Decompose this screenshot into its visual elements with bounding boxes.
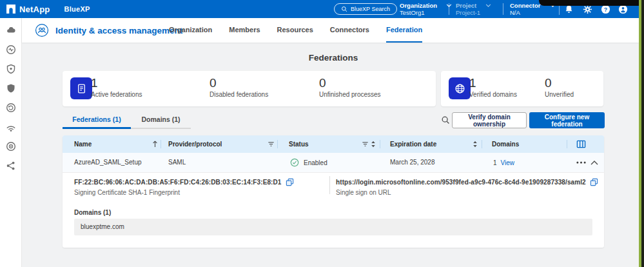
tab-domains-list[interactable]: Domains (1) bbox=[131, 111, 191, 129]
column-settings-icon[interactable] bbox=[576, 139, 586, 149]
filter-icon[interactable] bbox=[268, 141, 275, 148]
stat-label: Active federations bbox=[91, 91, 142, 98]
screen-notch-overlay bbox=[539, 0, 644, 6]
project-menu-label: Project bbox=[456, 2, 476, 9]
sharing-icon[interactable] bbox=[6, 161, 16, 171]
details-domains-title: Domains (1) bbox=[74, 209, 111, 216]
protection-icon[interactable] bbox=[6, 64, 16, 74]
sort-ascending-icon[interactable] bbox=[152, 141, 158, 148]
certificate-tile-icon bbox=[70, 77, 92, 99]
domain-list-item: bluexptme.com bbox=[74, 219, 592, 235]
globe-tile-icon bbox=[449, 77, 471, 99]
left-nav-sidebar bbox=[0, 18, 22, 267]
page-tabs: Organization Members Resources Connector… bbox=[169, 18, 422, 43]
stat-label: Verified domains bbox=[469, 91, 517, 98]
details-vertical-divider bbox=[329, 176, 330, 194]
product-name: BlueXP bbox=[64, 5, 90, 13]
recovery-icon[interactable] bbox=[6, 103, 16, 113]
copy-icon[interactable] bbox=[590, 178, 598, 186]
sso-url-value: https://login.microsoftonline.com/953f9f… bbox=[336, 179, 586, 186]
table-row[interactable]: AzureAD_SAML_Setup SAML Enabled March 25… bbox=[63, 153, 604, 172]
sort-updown-icon[interactable] bbox=[371, 141, 376, 148]
screen-edge-dark bbox=[641, 0, 644, 267]
stat-value: 0 bbox=[545, 76, 574, 90]
federations-table: Name Provider/protocol Status bbox=[63, 135, 604, 248]
tab-resources[interactable]: Resources bbox=[277, 18, 313, 43]
domains-count: 1 bbox=[493, 159, 497, 166]
verify-domain-ownership-button[interactable]: Verify domain ownership bbox=[452, 112, 527, 128]
page-title: Identity & access management bbox=[55, 26, 182, 35]
main-content: Federations 1 Active federations 0 Disab… bbox=[22, 43, 639, 267]
connector-menu-value: N/A bbox=[510, 9, 556, 16]
filter-icon[interactable] bbox=[362, 141, 369, 148]
netapp-logo-icon bbox=[6, 5, 15, 14]
mobility-icon[interactable] bbox=[6, 122, 16, 132]
brand: NetApp BlueXP bbox=[6, 0, 90, 18]
storage-icon[interactable] bbox=[6, 25, 16, 35]
collapse-chevron-up-icon[interactable] bbox=[590, 161, 598, 165]
row-status: Enabled bbox=[290, 153, 327, 172]
brand-name: NetApp bbox=[19, 5, 50, 14]
stat-label: Disabled federations bbox=[210, 91, 268, 98]
tab-organization[interactable]: Organization bbox=[169, 18, 212, 43]
table-header-row: Name Provider/protocol Status bbox=[63, 135, 604, 153]
fingerprint-value: FF:22:BC:96:06:AC:DA:DB:A5:F6:FD:C4:26:D… bbox=[74, 179, 282, 186]
organization-menu-label: Organization bbox=[400, 2, 437, 9]
tab-federation[interactable]: Federation bbox=[386, 18, 422, 43]
column-divider bbox=[567, 140, 567, 148]
header-divider bbox=[449, 3, 449, 15]
domains-stat-card: 1 Verified domains 0 Unverified bbox=[441, 71, 603, 106]
stat-value: 1 bbox=[469, 76, 517, 90]
stat-disabled-federations: 0 Disabled federations bbox=[210, 76, 268, 98]
column-divider bbox=[482, 140, 482, 148]
security-icon[interactable] bbox=[6, 83, 16, 94]
row-name: AzureAD_SAML_Setup bbox=[74, 153, 142, 172]
fingerprint-label: Signing Certificate SHA-1 Fingerprint bbox=[74, 189, 180, 196]
stat-value: 0 bbox=[319, 76, 381, 90]
page-title-wrap: Identity & access management bbox=[35, 18, 182, 43]
stat-value: 0 bbox=[210, 76, 268, 90]
project-menu[interactable]: Project Project-1 bbox=[456, 2, 491, 17]
column-header-name: Name bbox=[74, 135, 92, 153]
table-search-icon[interactable] bbox=[441, 115, 450, 124]
identity-management-icon bbox=[35, 23, 49, 37]
connector-menu-label: Connector bbox=[510, 2, 541, 9]
tab-members[interactable]: Members bbox=[229, 18, 260, 43]
federations-stat-card: 1 Active federations 0 Disabled federati… bbox=[63, 71, 436, 106]
bluexp-app: NetApp BlueXP BlueXP Search Organization… bbox=[0, 0, 644, 267]
fingerprint-row: FF:22:BC:96:06:AC:DA:DB:A5:F6:FD:C4:26:D… bbox=[74, 178, 294, 186]
sort-updown-icon[interactable] bbox=[473, 141, 478, 148]
row-actions-menu-icon[interactable] bbox=[576, 161, 586, 164]
stat-value: 1 bbox=[91, 76, 142, 90]
column-header-provider: Provider/protocol bbox=[168, 135, 222, 153]
domains-view-link[interactable]: View bbox=[501, 159, 515, 166]
column-header-domains: Domains bbox=[492, 135, 519, 153]
tab-federations-list[interactable]: Federations (1) bbox=[63, 111, 131, 129]
tab-connectors[interactable]: Connectors bbox=[330, 18, 369, 43]
row-domains: 1 View bbox=[493, 153, 514, 172]
svg-text:?: ? bbox=[604, 6, 607, 12]
stat-unverified-domains: 0 Unverified bbox=[545, 76, 574, 98]
configure-new-federation-button[interactable]: Configure new federation bbox=[529, 112, 605, 128]
status-text: Enabled bbox=[304, 159, 327, 166]
organization-menu[interactable]: Organization TestOrg1 bbox=[400, 2, 452, 17]
sso-url-label: Single sign on URL bbox=[336, 189, 391, 196]
search-label: BlueXP Search bbox=[351, 6, 390, 12]
organization-menu-value: TestOrg1 bbox=[400, 9, 452, 16]
stat-unfinished-processes: 0 Unfinished processes bbox=[319, 76, 381, 98]
stat-label: Unfinished processes bbox=[319, 91, 381, 98]
row-expiration: March 25, 2028 bbox=[390, 153, 435, 172]
extensions-icon[interactable] bbox=[6, 141, 16, 152]
column-header-expiration: Expiration date bbox=[390, 135, 436, 153]
stat-active-federations: 1 Active federations bbox=[91, 76, 142, 98]
column-divider bbox=[161, 140, 161, 148]
bluexp-search-button[interactable]: BlueXP Search bbox=[334, 3, 397, 15]
stat-label: Unverified bbox=[545, 91, 574, 98]
header-divider bbox=[503, 3, 503, 15]
health-icon[interactable] bbox=[6, 44, 16, 55]
stat-verified-domains: 1 Verified domains bbox=[469, 76, 517, 98]
copy-icon[interactable] bbox=[286, 178, 294, 186]
column-header-status: Status bbox=[289, 135, 309, 153]
column-divider bbox=[380, 140, 380, 148]
row-provider: SAML bbox=[168, 153, 186, 172]
